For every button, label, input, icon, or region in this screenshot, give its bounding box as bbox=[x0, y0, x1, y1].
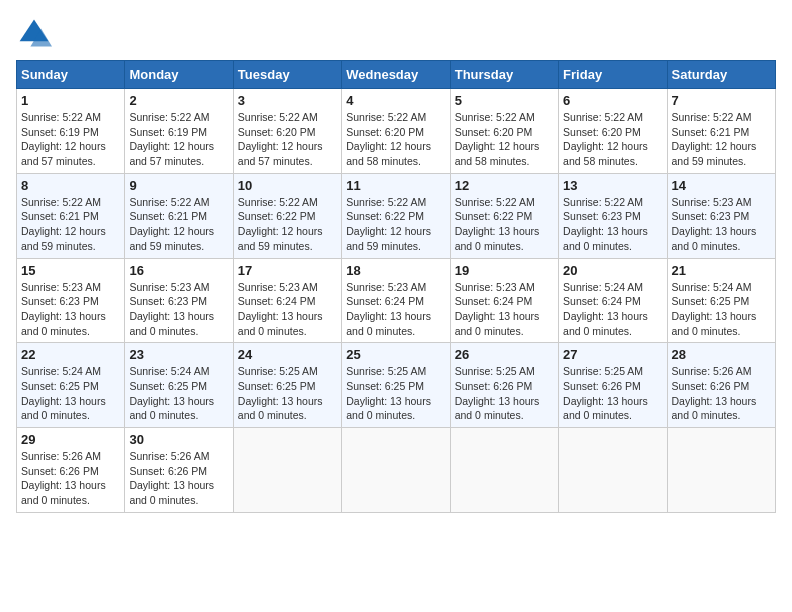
calendar-cell: 15 Sunrise: 5:23 AMSunset: 6:23 PMDaylig… bbox=[17, 258, 125, 343]
day-info: Sunrise: 5:22 AMSunset: 6:19 PMDaylight:… bbox=[129, 111, 214, 167]
logo-icon bbox=[16, 16, 52, 52]
day-info: Sunrise: 5:26 AMSunset: 6:26 PMDaylight:… bbox=[672, 365, 757, 421]
day-info: Sunrise: 5:23 AMSunset: 6:23 PMDaylight:… bbox=[672, 196, 757, 252]
calendar-cell: 25 Sunrise: 5:25 AMSunset: 6:25 PMDaylig… bbox=[342, 343, 450, 428]
day-number: 7 bbox=[672, 93, 771, 108]
calendar-cell bbox=[559, 428, 667, 513]
weekday-header-friday: Friday bbox=[559, 61, 667, 89]
day-number: 12 bbox=[455, 178, 554, 193]
day-number: 24 bbox=[238, 347, 337, 362]
day-number: 14 bbox=[672, 178, 771, 193]
weekday-header-wednesday: Wednesday bbox=[342, 61, 450, 89]
calendar-cell: 14 Sunrise: 5:23 AMSunset: 6:23 PMDaylig… bbox=[667, 173, 775, 258]
day-info: Sunrise: 5:22 AMSunset: 6:22 PMDaylight:… bbox=[238, 196, 323, 252]
day-number: 21 bbox=[672, 263, 771, 278]
day-info: Sunrise: 5:22 AMSunset: 6:21 PMDaylight:… bbox=[21, 196, 106, 252]
calendar-cell: 21 Sunrise: 5:24 AMSunset: 6:25 PMDaylig… bbox=[667, 258, 775, 343]
day-number: 11 bbox=[346, 178, 445, 193]
weekday-header-monday: Monday bbox=[125, 61, 233, 89]
day-info: Sunrise: 5:24 AMSunset: 6:25 PMDaylight:… bbox=[129, 365, 214, 421]
calendar-cell: 19 Sunrise: 5:23 AMSunset: 6:24 PMDaylig… bbox=[450, 258, 558, 343]
calendar-cell: 8 Sunrise: 5:22 AMSunset: 6:21 PMDayligh… bbox=[17, 173, 125, 258]
calendar-cell: 4 Sunrise: 5:22 AMSunset: 6:20 PMDayligh… bbox=[342, 89, 450, 174]
day-number: 26 bbox=[455, 347, 554, 362]
day-info: Sunrise: 5:25 AMSunset: 6:26 PMDaylight:… bbox=[455, 365, 540, 421]
weekday-header-tuesday: Tuesday bbox=[233, 61, 341, 89]
day-info: Sunrise: 5:23 AMSunset: 6:23 PMDaylight:… bbox=[21, 281, 106, 337]
day-number: 17 bbox=[238, 263, 337, 278]
day-number: 1 bbox=[21, 93, 120, 108]
calendar-cell: 30 Sunrise: 5:26 AMSunset: 6:26 PMDaylig… bbox=[125, 428, 233, 513]
calendar-cell: 10 Sunrise: 5:22 AMSunset: 6:22 PMDaylig… bbox=[233, 173, 341, 258]
day-number: 2 bbox=[129, 93, 228, 108]
calendar-cell: 12 Sunrise: 5:22 AMSunset: 6:22 PMDaylig… bbox=[450, 173, 558, 258]
day-number: 18 bbox=[346, 263, 445, 278]
calendar-cell: 2 Sunrise: 5:22 AMSunset: 6:19 PMDayligh… bbox=[125, 89, 233, 174]
calendar-cell: 24 Sunrise: 5:25 AMSunset: 6:25 PMDaylig… bbox=[233, 343, 341, 428]
calendar-cell: 17 Sunrise: 5:23 AMSunset: 6:24 PMDaylig… bbox=[233, 258, 341, 343]
calendar-cell bbox=[450, 428, 558, 513]
weekday-header-saturday: Saturday bbox=[667, 61, 775, 89]
calendar-cell: 3 Sunrise: 5:22 AMSunset: 6:20 PMDayligh… bbox=[233, 89, 341, 174]
day-info: Sunrise: 5:25 AMSunset: 6:25 PMDaylight:… bbox=[238, 365, 323, 421]
day-number: 22 bbox=[21, 347, 120, 362]
day-info: Sunrise: 5:22 AMSunset: 6:20 PMDaylight:… bbox=[563, 111, 648, 167]
calendar-cell: 18 Sunrise: 5:23 AMSunset: 6:24 PMDaylig… bbox=[342, 258, 450, 343]
day-number: 28 bbox=[672, 347, 771, 362]
calendar-cell bbox=[342, 428, 450, 513]
day-info: Sunrise: 5:22 AMSunset: 6:19 PMDaylight:… bbox=[21, 111, 106, 167]
day-number: 20 bbox=[563, 263, 662, 278]
calendar-cell: 11 Sunrise: 5:22 AMSunset: 6:22 PMDaylig… bbox=[342, 173, 450, 258]
calendar-cell: 27 Sunrise: 5:25 AMSunset: 6:26 PMDaylig… bbox=[559, 343, 667, 428]
day-info: Sunrise: 5:25 AMSunset: 6:25 PMDaylight:… bbox=[346, 365, 431, 421]
day-number: 4 bbox=[346, 93, 445, 108]
day-number: 13 bbox=[563, 178, 662, 193]
day-number: 19 bbox=[455, 263, 554, 278]
day-info: Sunrise: 5:26 AMSunset: 6:26 PMDaylight:… bbox=[21, 450, 106, 506]
calendar-cell: 6 Sunrise: 5:22 AMSunset: 6:20 PMDayligh… bbox=[559, 89, 667, 174]
calendar-cell: 29 Sunrise: 5:26 AMSunset: 6:26 PMDaylig… bbox=[17, 428, 125, 513]
calendar-cell: 23 Sunrise: 5:24 AMSunset: 6:25 PMDaylig… bbox=[125, 343, 233, 428]
calendar-cell: 26 Sunrise: 5:25 AMSunset: 6:26 PMDaylig… bbox=[450, 343, 558, 428]
day-info: Sunrise: 5:22 AMSunset: 6:20 PMDaylight:… bbox=[455, 111, 540, 167]
weekday-header-thursday: Thursday bbox=[450, 61, 558, 89]
day-number: 10 bbox=[238, 178, 337, 193]
day-info: Sunrise: 5:23 AMSunset: 6:23 PMDaylight:… bbox=[129, 281, 214, 337]
calendar-cell: 13 Sunrise: 5:22 AMSunset: 6:23 PMDaylig… bbox=[559, 173, 667, 258]
calendar-cell bbox=[233, 428, 341, 513]
calendar-cell: 20 Sunrise: 5:24 AMSunset: 6:24 PMDaylig… bbox=[559, 258, 667, 343]
day-number: 25 bbox=[346, 347, 445, 362]
day-info: Sunrise: 5:23 AMSunset: 6:24 PMDaylight:… bbox=[346, 281, 431, 337]
weekday-header-sunday: Sunday bbox=[17, 61, 125, 89]
calendar-cell bbox=[667, 428, 775, 513]
header bbox=[16, 16, 776, 52]
day-info: Sunrise: 5:23 AMSunset: 6:24 PMDaylight:… bbox=[455, 281, 540, 337]
day-number: 9 bbox=[129, 178, 228, 193]
day-number: 23 bbox=[129, 347, 228, 362]
day-info: Sunrise: 5:22 AMSunset: 6:21 PMDaylight:… bbox=[129, 196, 214, 252]
day-number: 3 bbox=[238, 93, 337, 108]
day-number: 15 bbox=[21, 263, 120, 278]
day-number: 16 bbox=[129, 263, 228, 278]
day-info: Sunrise: 5:24 AMSunset: 6:24 PMDaylight:… bbox=[563, 281, 648, 337]
day-info: Sunrise: 5:22 AMSunset: 6:22 PMDaylight:… bbox=[455, 196, 540, 252]
calendar-cell: 16 Sunrise: 5:23 AMSunset: 6:23 PMDaylig… bbox=[125, 258, 233, 343]
day-info: Sunrise: 5:22 AMSunset: 6:20 PMDaylight:… bbox=[346, 111, 431, 167]
calendar-cell: 5 Sunrise: 5:22 AMSunset: 6:20 PMDayligh… bbox=[450, 89, 558, 174]
day-number: 29 bbox=[21, 432, 120, 447]
day-number: 27 bbox=[563, 347, 662, 362]
calendar: SundayMondayTuesdayWednesdayThursdayFrid… bbox=[16, 60, 776, 513]
calendar-cell: 28 Sunrise: 5:26 AMSunset: 6:26 PMDaylig… bbox=[667, 343, 775, 428]
day-info: Sunrise: 5:22 AMSunset: 6:23 PMDaylight:… bbox=[563, 196, 648, 252]
day-info: Sunrise: 5:23 AMSunset: 6:24 PMDaylight:… bbox=[238, 281, 323, 337]
day-info: Sunrise: 5:25 AMSunset: 6:26 PMDaylight:… bbox=[563, 365, 648, 421]
day-number: 5 bbox=[455, 93, 554, 108]
calendar-cell: 22 Sunrise: 5:24 AMSunset: 6:25 PMDaylig… bbox=[17, 343, 125, 428]
day-number: 8 bbox=[21, 178, 120, 193]
day-number: 30 bbox=[129, 432, 228, 447]
day-number: 6 bbox=[563, 93, 662, 108]
logo bbox=[16, 16, 58, 52]
day-info: Sunrise: 5:22 AMSunset: 6:21 PMDaylight:… bbox=[672, 111, 757, 167]
day-info: Sunrise: 5:24 AMSunset: 6:25 PMDaylight:… bbox=[21, 365, 106, 421]
day-info: Sunrise: 5:24 AMSunset: 6:25 PMDaylight:… bbox=[672, 281, 757, 337]
